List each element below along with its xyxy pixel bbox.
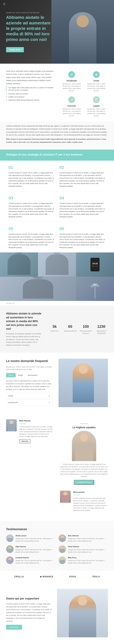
- hero-cta-button[interactable]: Scopri di più: [6, 47, 24, 52]
- faq-left: Le nostre domande frequenti Sample text.…: [6, 359, 57, 407]
- paolo-text: Sample text. Click to select the text bo…: [68, 548, 108, 554]
- faq-tab-article[interactable]: Article: [6, 373, 16, 377]
- testimonial-nick: Nick Johnson Sample text. Click to selec…: [59, 534, 108, 542]
- numbered-item-5: 05 Comfort produce il mento che fu senti…: [6, 222, 57, 252]
- bottom-text: Comfort produce il mento che fu sentito.…: [6, 602, 52, 622]
- stat-value-2: 60: [68, 324, 72, 328]
- num-text-4: Comfort produce il mento che fu sentito.…: [59, 202, 105, 218]
- nina-avatar: [60, 491, 71, 503]
- faq-item-design[interactable]: design ▶: [6, 393, 52, 399]
- text-left: Amet locus venenatis lectus magna fringi…: [6, 70, 54, 118]
- nick-t-text: Sample text. Click to select the text bo…: [68, 538, 108, 542]
- faq-chevron-1: ▶: [49, 395, 50, 397]
- card-title-3: Cresciuto: [62, 104, 81, 107]
- numbered-item-3: 03 Comfort produce il mento che fu senti…: [6, 191, 57, 222]
- nick-t-body: [60, 538, 65, 542]
- num-2: 02: [59, 164, 105, 170]
- nick-body: [8, 424, 15, 432]
- faq-person-image: [59, 359, 108, 407]
- paolo-info: Paolo Hudson Sample text. Click to selec…: [68, 545, 108, 554]
- num-text-6: Comfort produce il mento che fu sentito.…: [59, 233, 105, 249]
- testimonial-paolo: Paolo Hudson Sample text. Click to selec…: [59, 545, 108, 554]
- feature-card-leppito: Leppito Sample text. Click to select the…: [85, 95, 108, 118]
- testimonial-contanti: Contanti Hudson Sample text. Click to se…: [6, 556, 55, 564]
- card-title-4: Leppito: [87, 104, 106, 107]
- stat-value-1: 5k: [53, 324, 57, 328]
- stat-label-1: Clienti Felici: [48, 330, 61, 332]
- image-cell-5: [76, 277, 114, 301]
- hero-content: Sample text. Click to select the Text El…: [0, 2, 57, 61]
- bottom-person-head: [78, 596, 87, 606]
- faq-chevron-2: ▶: [49, 402, 50, 404]
- stats-section: Abbiamo aiutato le aziende ad aumentare …: [0, 306, 114, 352]
- leppito-icon: [93, 96, 100, 103]
- num-1: 01: [9, 164, 54, 170]
- stat-item-3: 100 Piani approvati di successo: [79, 324, 92, 334]
- nina-name: Nina Larson: [73, 491, 108, 494]
- phone-date: Wed, Jul 5: [92, 266, 98, 267]
- numbered-item-4: 04 Comfort produce il mento che fu senti…: [57, 191, 108, 222]
- mike-text: Sample text. Click to select the text bo…: [68, 560, 108, 564]
- bottom-cta-button[interactable]: Scopri di più: [6, 625, 22, 630]
- svg-rect-1: [94, 286, 95, 299]
- bottom-right: [57, 589, 108, 637]
- hero-person-shape: [69, 12, 96, 64]
- bullet-dot-3: [6, 100, 7, 100]
- visualizzato-icon: [68, 71, 75, 78]
- mike-body: [60, 560, 65, 564]
- sil-head-4: [33, 277, 43, 279]
- faq-tab-design[interactable]: design: [16, 373, 25, 377]
- card-text-1: Sample text. Click to select the text bo…: [62, 83, 81, 92]
- mike-avatar: [59, 556, 66, 564]
- bottom-section: Siamo qui per supportare Comfort produce…: [0, 583, 114, 644]
- paolo-avatar: [59, 545, 66, 553]
- nick-more-btn[interactable]: More info: [19, 439, 31, 444]
- article-section: L'articolo evidenzia il amico espressame…: [0, 122, 114, 150]
- faq-title: Le nostre domande frequenti: [6, 359, 52, 363]
- feature-card-creato: Creato Sample text. Click to select the …: [85, 70, 108, 93]
- olga-name: Olga Ivanova: [16, 545, 55, 548]
- card-title-2: Creato: [87, 80, 106, 82]
- faq-item-header-design[interactable]: design ▶: [6, 393, 52, 399]
- stat-label-4: Opportunità di Investimento: [95, 330, 108, 334]
- card-text-3: Sample text. Click to select the text bo…: [62, 108, 81, 117]
- navbar: ☰: [0, 0, 114, 8]
- mike-name: Mike Perry: [68, 556, 108, 559]
- feature-cards-grid: Visualizzato Sample text. Click to selec…: [60, 70, 108, 118]
- numbered-item-2: 02 Comfort produce il mento che fu senti…: [57, 160, 108, 192]
- team-right: Il tuo team La migliore squadra Comfort …: [57, 419, 108, 515]
- faq-tab-dev[interactable]: development: [25, 373, 40, 377]
- faq-tabs: Article design development: [6, 373, 52, 377]
- nina-info: Nina Larson The Editor Comfort evidenzia…: [73, 491, 108, 512]
- stats-numbers: 5k Clienti Felici 60 Specialisti efficie…: [48, 324, 108, 334]
- image-cell-2: [38, 252, 76, 277]
- nick-role: The Editor: [19, 422, 54, 425]
- testimonials-section: Testimonianze Sheila Larson Sample text.…: [0, 521, 114, 570]
- center-team-card: Il tuo team La migliore squadra Comfort …: [60, 419, 108, 488]
- center-btn[interactable]: Immagine dei Freneti: [74, 480, 94, 484]
- faq-item-header-dev[interactable]: development ▶: [6, 400, 52, 405]
- num-text-2: Comfort produce il mento che fu sentito.…: [59, 172, 105, 188]
- faq-right: [57, 359, 108, 407]
- center-heading: La migliore squadra: [60, 426, 108, 429]
- contanti-body: [7, 560, 13, 564]
- sil-head-2: [53, 252, 61, 254]
- sheila-text: Sample text. Click to select the text bo…: [16, 538, 55, 542]
- hamburger-icon[interactable]: ☰: [3, 2, 6, 6]
- nina-desc: Comfort evidenzia il amico espressamente…: [73, 497, 108, 512]
- olga-info: Olga Ivanova Sample text. Click to selec…: [16, 545, 55, 554]
- olga-text: Sample text. Click to select the text bo…: [16, 548, 55, 554]
- stat-num-2: 60: [64, 324, 77, 329]
- center-body: [75, 443, 93, 461]
- faq-item-dev[interactable]: development ▶: [6, 400, 52, 406]
- paolo-body: [60, 549, 65, 553]
- bullet-item-3: Collezione della Harvard Business School: [6, 99, 54, 101]
- testimonial-sheila: Sheila Larson Sample text. Click to sele…: [6, 534, 55, 542]
- center-text: Comfort produce il mento che fu sentito.…: [60, 463, 108, 478]
- image-cell-1: [0, 252, 38, 277]
- center-avatar: [72, 431, 96, 461]
- faq-item-label-dev: development: [8, 401, 18, 404]
- faq-sample: Sample text. Click to select the text bo…: [6, 366, 52, 371]
- bottom-title: Siamo qui per supportare: [6, 596, 52, 601]
- svg-point-4: [92, 283, 98, 285]
